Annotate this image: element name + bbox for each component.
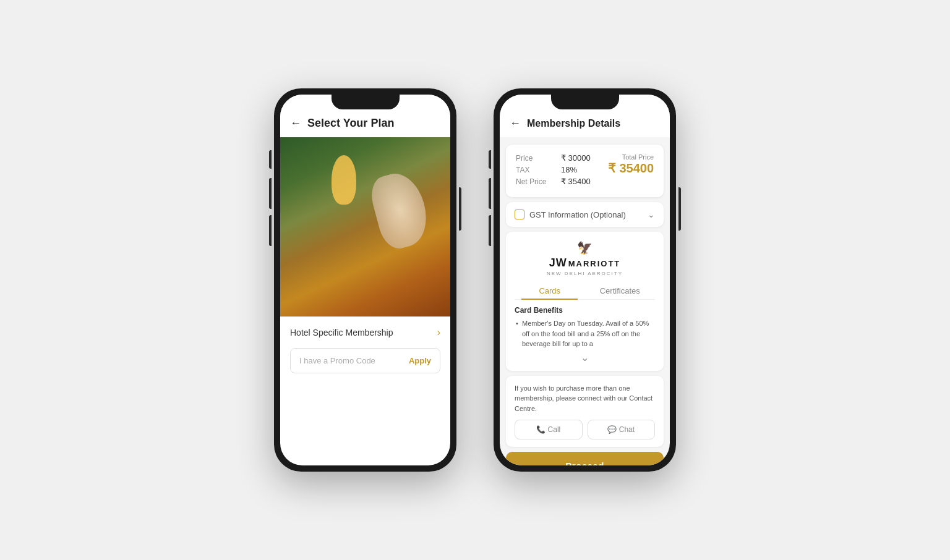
benefit-item: Member's Day on Tuesday. Avail of a 50% … (515, 318, 655, 349)
tabs-row: Cards Certificates (515, 282, 655, 300)
gst-label: GST Information (Optional) (529, 210, 626, 219)
screen2-content: Price ₹ 30000 TAX 18% Net Price ₹ 35400 (500, 137, 670, 465)
phone-button-vol-up (269, 178, 272, 209)
see-more-chevron-icon[interactable]: ⌄ (515, 352, 655, 363)
hero-image (280, 137, 450, 316)
contact-card: If you wish to purchase more than one me… (506, 376, 664, 448)
contact-text: If you wish to purchase more than one me… (515, 383, 655, 414)
screen-select-plan: ← Select Your Plan Hotel Specific Member… (280, 95, 450, 465)
proceed-button[interactable]: Proceed (506, 452, 664, 465)
tab-cards[interactable]: Cards (515, 282, 585, 299)
price-card: Price ₹ 30000 TAX 18% Net Price ₹ 35400 (506, 145, 664, 197)
hotel-logo: 🦅 JW MARRIOTT NEW DELHI AEROCITY (515, 240, 655, 276)
price-value: ₹ 30000 (561, 153, 591, 163)
phone2-notch (551, 95, 619, 109)
membership-label: Hotel Specific Membership (290, 328, 393, 337)
phone-button-mute (269, 150, 272, 169)
net-price-label: Net Price (516, 177, 556, 186)
gst-chevron-icon: ⌄ (648, 210, 655, 219)
membership-option[interactable]: Hotel Specific Membership › (280, 316, 450, 348)
food-scene-visual (280, 137, 450, 316)
back-button-2[interactable]: ← (510, 117, 521, 130)
phone-notch (332, 95, 400, 109)
page-title: Select Your Plan (307, 117, 394, 130)
membership-details-title: Membership Details (527, 118, 620, 129)
chevron-right-icon: › (437, 327, 440, 338)
hotel-bird-icon: 🦅 (577, 240, 593, 255)
phone2-button-mute (489, 150, 491, 169)
net-price-value: ₹ 35400 (561, 177, 591, 186)
jw-text: JW (549, 257, 567, 269)
call-button[interactable]: 📞 Call (515, 420, 583, 439)
card-benefits-title: Card Benefits (515, 306, 655, 315)
contact-buttons: 📞 Call 💬 Chat (515, 420, 655, 439)
tax-label: TAX (516, 166, 556, 174)
gst-checkbox[interactable] (515, 210, 524, 219)
apply-button[interactable]: Apply (409, 356, 431, 365)
total-price-area: Total Price ₹ 35400 (608, 153, 654, 189)
phone2-button-vol-up (489, 178, 491, 209)
back-button[interactable]: ← (290, 117, 301, 130)
phone-button-vol-down (269, 215, 272, 246)
promo-placeholder-text: I have a Promo Code (299, 356, 375, 365)
price-label: Price (516, 154, 556, 163)
promo-code-row[interactable]: I have a Promo Code Apply (290, 348, 440, 373)
tab-certificates[interactable]: Certificates (585, 282, 656, 299)
jw-marriott-logo: JW MARRIOTT (549, 257, 621, 269)
phone-button-power (459, 187, 461, 231)
total-price-value: ₹ 35400 (608, 161, 654, 176)
total-price-label: Total Price (608, 153, 654, 161)
phone2-button-vol-down (489, 215, 491, 246)
hotel-card: 🦅 JW MARRIOTT NEW DELHI AEROCITY Cards C… (506, 232, 664, 371)
screen-membership-details: ← Membership Details Price ₹ 30000 TAX (500, 95, 670, 465)
phone-select-plan: ← Select Your Plan Hotel Specific Member… (274, 88, 456, 472)
phone-membership-details: ← Membership Details Price ₹ 30000 TAX (494, 88, 676, 472)
hotel-subtitle: NEW DELHI AEROCITY (547, 271, 623, 276)
gst-left: GST Information (Optional) (515, 210, 626, 219)
phone2-button-power (678, 187, 681, 231)
tax-value: 18% (561, 165, 577, 174)
marriott-text: MARRIOTT (568, 259, 621, 268)
chat-button[interactable]: 💬 Chat (588, 420, 656, 439)
gst-section[interactable]: GST Information (Optional) ⌄ (506, 202, 664, 227)
